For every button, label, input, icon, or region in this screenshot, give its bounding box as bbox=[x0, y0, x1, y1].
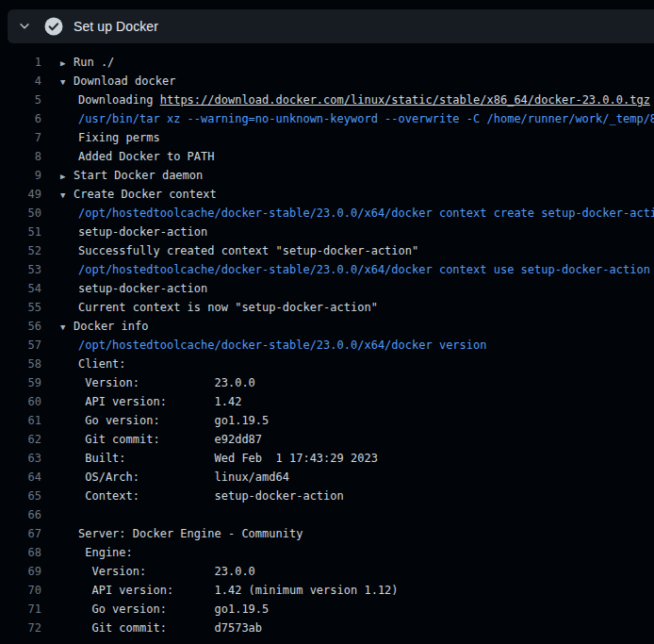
chevron-down-icon[interactable] bbox=[17, 19, 32, 34]
step-header[interactable]: Set up Docker bbox=[8, 9, 654, 43]
log-line: 57/opt/hostedtoolcache/docker-stable/23.… bbox=[0, 336, 654, 355]
line-number[interactable]: 56 bbox=[0, 317, 41, 336]
log-line: 7Fixing perms bbox=[0, 128, 654, 147]
log-line: 52Successfully created context "setup-do… bbox=[0, 241, 654, 260]
log-line: 71 Go version: go1.19.5 bbox=[0, 600, 654, 619]
line-number[interactable]: 61 bbox=[0, 411, 41, 430]
line-number[interactable]: 64 bbox=[0, 468, 41, 487]
line-number[interactable]: 67 bbox=[0, 524, 41, 543]
log-text: Version: 23.0.0 bbox=[78, 562, 255, 581]
log-text: setup-docker-action bbox=[78, 223, 207, 241]
log-text: API version: 1.42 (minimum version 1.12) bbox=[78, 581, 399, 600]
line-number[interactable]: 51 bbox=[0, 223, 41, 241]
line-number[interactable]: 55 bbox=[0, 298, 41, 317]
log-line: 69 Version: 23.0.0 bbox=[0, 562, 654, 581]
line-number[interactable]: 7 bbox=[0, 128, 41, 147]
log-line: 5Downloading https://download.docker.com… bbox=[0, 91, 654, 109]
log-line: 67Server: Docker Engine - Community bbox=[0, 524, 654, 543]
line-number[interactable]: 49 bbox=[0, 185, 41, 204]
log-line: 8Added Docker to PATH bbox=[0, 147, 654, 166]
group-expanded-icon[interactable]: ▼ bbox=[60, 318, 74, 336]
log-text: Current context is now "setup-docker-act… bbox=[78, 298, 378, 317]
group-expanded-icon[interactable]: ▼ bbox=[60, 186, 74, 204]
line-number[interactable]: 72 bbox=[0, 619, 41, 637]
line-number[interactable]: 59 bbox=[0, 373, 41, 392]
log-text: Git commit: e92dd87 bbox=[78, 430, 262, 449]
step-title: Set up Docker bbox=[74, 19, 158, 34]
log-text: Engine: bbox=[78, 543, 133, 562]
log-line: 72 Git commit: d7573ab bbox=[0, 619, 654, 637]
line-number[interactable]: 50 bbox=[0, 204, 41, 223]
log-line: 59 Version: 23.0.0 bbox=[0, 373, 654, 392]
log-line: 50/opt/hostedtoolcache/docker-stable/23.… bbox=[0, 204, 654, 223]
line-number[interactable]: 6 bbox=[0, 109, 41, 128]
log-text: Fixing perms bbox=[78, 128, 160, 147]
line-number[interactable]: 60 bbox=[0, 392, 41, 411]
line-number[interactable]: 70 bbox=[0, 581, 41, 600]
log-text: OS/Arch: linux/amd64 bbox=[78, 468, 289, 487]
line-number[interactable]: 53 bbox=[0, 260, 41, 279]
group-collapsed-icon[interactable]: ▶ bbox=[60, 167, 74, 185]
log-lines: 1▶Run ./4▼Download docker5Downloading ht… bbox=[0, 53, 654, 637]
command-text: /opt/hostedtoolcache/docker-stable/23.0.… bbox=[78, 260, 650, 279]
line-number[interactable]: 58 bbox=[0, 355, 41, 373]
line-number[interactable]: 69 bbox=[0, 562, 41, 581]
line-number[interactable]: 1 bbox=[0, 53, 41, 72]
log-line[interactable]: 49▼Create Docker context bbox=[0, 185, 654, 204]
log-line: 58Client: bbox=[0, 355, 654, 373]
group-collapsed-icon[interactable]: ▶ bbox=[60, 54, 74, 72]
group-title: ▼Download docker bbox=[60, 72, 175, 91]
line-number[interactable]: 9 bbox=[0, 166, 41, 185]
log-line: 53/opt/hostedtoolcache/docker-stable/23.… bbox=[0, 260, 654, 279]
log-line: 55Current context is now "setup-docker-a… bbox=[0, 298, 654, 317]
log-text: Built: Wed Feb 1 17:43:29 2023 bbox=[78, 449, 378, 468]
line-number[interactable]: 63 bbox=[0, 449, 41, 468]
log-line: 64 OS/Arch: linux/amd64 bbox=[0, 468, 654, 487]
log-line: 60 API version: 1.42 bbox=[0, 392, 654, 411]
log-text: Git commit: d7573ab bbox=[78, 619, 262, 637]
line-number[interactable]: 66 bbox=[0, 505, 41, 524]
line-number[interactable]: 52 bbox=[0, 241, 41, 260]
log-line: 66 bbox=[0, 505, 654, 524]
line-number[interactable]: 71 bbox=[0, 600, 41, 619]
log-line[interactable]: 4▼Download docker bbox=[0, 72, 654, 91]
log-text: Go version: go1.19.5 bbox=[78, 600, 269, 619]
log-line: 65 Context: setup-docker-action bbox=[0, 487, 654, 505]
group-expanded-icon[interactable]: ▼ bbox=[60, 73, 74, 91]
group-title: ▶Run ./ bbox=[60, 53, 114, 72]
log-line[interactable]: 9▶Start Docker daemon bbox=[0, 166, 654, 185]
log-line[interactable]: 56▼Docker info bbox=[0, 317, 654, 336]
log-text: Context: setup-docker-action bbox=[78, 487, 344, 505]
log-text: Client: bbox=[78, 355, 126, 373]
log-line: 51setup-docker-action bbox=[0, 223, 654, 241]
log-line[interactable]: 1▶Run ./ bbox=[0, 53, 654, 72]
workflow-log-viewer: Set up Docker 1▶Run ./4▼Download docker5… bbox=[0, 0, 654, 644]
log-text: Added Docker to PATH bbox=[78, 147, 215, 166]
log-line: 70 API version: 1.42 (minimum version 1.… bbox=[0, 581, 654, 600]
line-number[interactable]: 5 bbox=[0, 91, 41, 109]
line-number[interactable]: 8 bbox=[0, 147, 41, 166]
log-text: Version: 23.0.0 bbox=[78, 373, 255, 392]
log-text: Successfully created context "setup-dock… bbox=[78, 241, 418, 260]
log-text: Go version: go1.19.5 bbox=[78, 411, 269, 430]
log-text: API version: 1.42 bbox=[78, 392, 241, 411]
log-text: setup-docker-action bbox=[78, 279, 207, 298]
log-line: 6/usr/bin/tar xz --warning=no-unknown-ke… bbox=[0, 109, 654, 128]
group-title: ▶Start Docker daemon bbox=[60, 166, 203, 185]
command-text: /usr/bin/tar xz --warning=no-unknown-key… bbox=[78, 109, 654, 128]
log-line: 61 Go version: go1.19.5 bbox=[0, 411, 654, 430]
command-text: /opt/hostedtoolcache/docker-stable/23.0.… bbox=[78, 204, 654, 223]
log-line: 68 Engine: bbox=[0, 543, 654, 562]
line-number[interactable]: 65 bbox=[0, 487, 41, 505]
line-number[interactable]: 62 bbox=[0, 430, 41, 449]
download-url-link[interactable]: https://download.docker.com/linux/static… bbox=[160, 93, 650, 107]
group-title: ▼Create Docker context bbox=[60, 185, 217, 204]
log-line: 63 Built: Wed Feb 1 17:43:29 2023 bbox=[0, 449, 654, 468]
line-number[interactable]: 54 bbox=[0, 279, 41, 298]
line-number[interactable]: 4 bbox=[0, 72, 41, 91]
command-text: /opt/hostedtoolcache/docker-stable/23.0.… bbox=[78, 336, 486, 355]
line-number[interactable]: 57 bbox=[0, 336, 41, 355]
log-line: 62 Git commit: e92dd87 bbox=[0, 430, 654, 449]
log-text: Server: Docker Engine - Community bbox=[78, 524, 302, 543]
line-number[interactable]: 68 bbox=[0, 543, 41, 562]
